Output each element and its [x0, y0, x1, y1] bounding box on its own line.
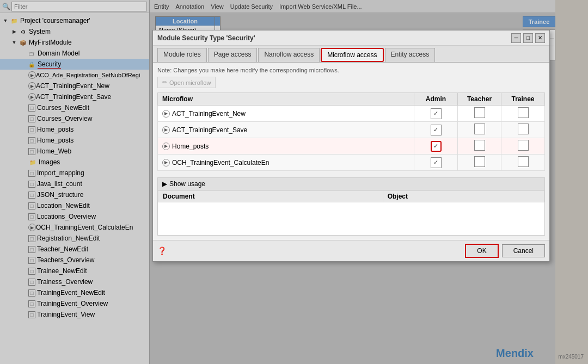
usage-col-object: Object: [383, 191, 544, 202]
admin-check-2[interactable]: [414, 122, 458, 138]
checkbox-admin-3[interactable]: [431, 141, 442, 152]
teacher-check-2[interactable]: [458, 122, 501, 138]
col-trainee: Trainee: [501, 93, 545, 106]
modal-titlebar: Module Security Type 'Security' ─ □ ✕: [153, 30, 549, 46]
version-text: mx245017: [558, 354, 584, 360]
checkbox-trainee-1[interactable]: [518, 107, 529, 118]
tab-page-access[interactable]: Page access: [208, 48, 258, 62]
checkbox-teacher-2[interactable]: [474, 124, 485, 134]
cancel-button[interactable]: Cancel: [502, 244, 545, 257]
play-icon-4[interactable]: ▶: [162, 159, 170, 166]
col-teacher: Teacher: [458, 93, 501, 106]
checkbox-teacher-4[interactable]: [474, 156, 485, 167]
checkbox-admin-2[interactable]: [431, 125, 442, 135]
modal-title: Module Security Type 'Security': [157, 34, 255, 42]
usage-table-body: [158, 202, 544, 235]
tab-nanoflow-access[interactable]: Nanoflow access: [258, 48, 320, 62]
ok-button[interactable]: OK: [465, 244, 498, 258]
modal-overlay: Module Security Type 'Security' ─ □ ✕ Mo…: [0, 0, 588, 364]
mendix-watermark: Mendix: [496, 347, 534, 360]
modal-note: Note: Changes you make here modify the c…: [157, 67, 545, 73]
usage-table: Document Object: [158, 190, 544, 235]
play-icon-3[interactable]: ▶: [162, 143, 170, 150]
checkbox-teacher-1[interactable]: [474, 107, 485, 118]
table-row: ▶ ACT_TrainingEvent_New: [158, 106, 545, 122]
checkbox-trainee-2[interactable]: [518, 124, 529, 134]
admin-check-1[interactable]: [414, 106, 458, 122]
trainee-check-2[interactable]: [501, 122, 545, 138]
usage-row-empty: [158, 202, 544, 235]
usage-col-document: Document: [158, 191, 383, 202]
mf-name-1: ACT_TrainingEvent_New: [172, 110, 246, 118]
maximize-button[interactable]: □: [523, 33, 533, 43]
trainee-check-4[interactable]: [501, 155, 545, 171]
show-usage-arrow: ▶: [162, 180, 167, 188]
tab-module-roles[interactable]: Module roles: [157, 48, 207, 62]
modal-dialog: Module Security Type 'Security' ─ □ ✕ Mo…: [152, 30, 550, 262]
trainee-check-3[interactable]: [501, 138, 545, 155]
show-usage-label: Show usage: [169, 180, 205, 188]
mf-name-cell: ▶ ACT_TrainingEvent_New: [158, 106, 414, 122]
close-button[interactable]: ✕: [535, 33, 545, 43]
col-admin: Admin: [414, 93, 458, 106]
admin-check-4[interactable]: [414, 155, 458, 171]
tab-entity-access[interactable]: Entity access: [385, 48, 436, 62]
admin-check-3[interactable]: [414, 138, 458, 155]
help-icon[interactable]: ❓: [157, 246, 167, 255]
checkbox-teacher-3[interactable]: [474, 140, 485, 151]
table-row: ▶ ACT_TrainingEvent_Save: [158, 122, 545, 138]
modal-footer: ❓ OK Cancel: [153, 240, 549, 261]
checkbox-trainee-4[interactable]: [518, 156, 529, 167]
modal-body: Note: Changes you make here modify the c…: [153, 63, 549, 240]
col-microflow: Microflow: [158, 93, 414, 106]
tab-microflow-access[interactable]: Microflow access: [321, 48, 383, 62]
play-icon-2[interactable]: ▶: [162, 126, 170, 134]
trainee-check-1[interactable]: [501, 106, 545, 122]
mf-name-cell-2: ▶ ACT_TrainingEvent_Save: [158, 122, 414, 138]
modal-controls: ─ □ ✕: [511, 33, 545, 43]
modal-tabs: Module roles Page access Nanoflow access…: [153, 46, 549, 63]
play-icon-1[interactable]: ▶: [162, 110, 170, 118]
show-usage-section: ▶ Show usage Document Object: [157, 177, 545, 236]
checkbox-admin-1[interactable]: [431, 108, 442, 119]
open-microflow-button[interactable]: ✏ Open microflow: [157, 77, 216, 88]
show-usage-header[interactable]: ▶ Show usage: [158, 178, 544, 190]
table-row: ▶ OCH_TrainingEvent_CalculateEn: [158, 155, 545, 171]
mf-name-3: Home_posts: [172, 143, 209, 150]
teacher-check-4[interactable]: [458, 155, 501, 171]
mf-name-2: ACT_TrainingEvent_Save: [172, 126, 247, 134]
minimize-button[interactable]: ─: [511, 33, 521, 43]
pencil-icon: ✏: [162, 79, 167, 86]
mf-name-cell-3: ▶ Home_posts: [158, 138, 414, 155]
table-row: ▶ Home_posts: [158, 138, 545, 155]
mf-name-cell-4: ▶ OCH_TrainingEvent_CalculateEn: [158, 155, 414, 171]
teacher-check-3[interactable]: [458, 138, 501, 155]
teacher-check-1[interactable]: [458, 106, 501, 122]
mf-name-4: OCH_TrainingEvent_CalculateEn: [172, 159, 269, 166]
open-microflow-label: Open microflow: [169, 79, 211, 86]
microflow-access-table: Microflow Admin Teacher Trainee ▶ ACT_Tr…: [157, 92, 545, 171]
checkbox-trainee-3[interactable]: [518, 140, 529, 151]
checkbox-admin-4[interactable]: [431, 157, 442, 168]
